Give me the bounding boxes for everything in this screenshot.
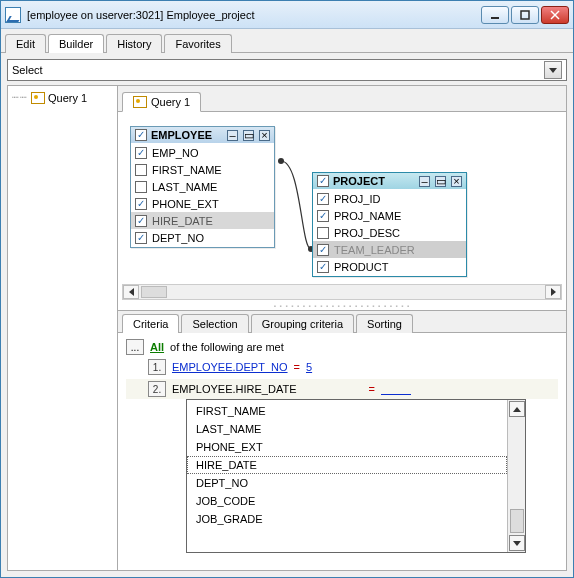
table-employee[interactable]: EMPLOYEE – ▭ × EMP_NO FIRST_NAME LAST_NA… [130,126,275,248]
checkbox-icon[interactable] [317,193,329,205]
field-team-leader[interactable]: TEAM_LEADER [313,241,466,258]
field-phone-ext[interactable]: PHONE_EXT [131,195,274,212]
checkbox-icon[interactable] [317,175,329,187]
ellipsis-button[interactable]: ... [126,339,144,355]
criteria-header-text: of the following are met [170,341,284,353]
row-number[interactable]: 2. [148,381,166,397]
dropdown-item[interactable]: HIRE_DATE [187,456,507,474]
checkbox-icon[interactable] [135,129,147,141]
table-title: EMPLOYEE [151,129,222,141]
field-dept-no[interactable]: DEPT_NO [131,229,274,246]
tab-sorting[interactable]: Sorting [356,314,413,333]
tree-item-label: Query 1 [48,92,87,104]
criteria-body: ... All of the following are met 1. EMPL… [118,333,566,570]
svg-rect-0 [491,17,499,19]
query-icon [133,96,147,108]
dropdown-item[interactable]: LAST_NAME [187,420,507,438]
checkbox-icon[interactable] [317,210,329,222]
query-tab-1[interactable]: Query 1 [122,92,201,112]
field-last-name[interactable]: LAST_NAME [131,178,274,195]
window-title: [employee on userver:3021] Employee_proj… [27,9,481,21]
table-header-project[interactable]: PROJECT – ▭ × [313,173,466,189]
dropdown-items: FIRST_NAME LAST_NAME PHONE_EXT HIRE_DATE… [187,400,507,552]
table-header-employee[interactable]: EMPLOYEE – ▭ × [131,127,274,143]
close-button[interactable] [541,6,569,24]
checkbox-icon[interactable] [135,215,147,227]
splitter[interactable]: ▪ ▪ ▪ ▪ ▪ ▪ ▪ ▪ ▪ ▪ ▪ ▪ ▪ ▪ ▪ ▪ ▪ ▪ ▪ ▪ … [118,302,566,310]
checkbox-icon[interactable] [317,227,329,239]
restore-icon[interactable]: ▭ [243,130,254,141]
scroll-up-icon[interactable] [509,401,525,417]
restore-icon[interactable]: ▭ [435,176,446,187]
titlebar[interactable]: [employee on userver:3021] Employee_proj… [1,1,573,29]
scroll-down-icon[interactable] [509,535,525,551]
table-body-project: PROJ_ID PROJ_NAME PROJ_DESC TEAM_LEADER … [313,189,466,276]
criteria-logic-all[interactable]: All [150,341,164,353]
criteria-tabbar: Criteria Selection Grouping criteria Sor… [118,311,566,333]
close-icon[interactable]: × [259,130,270,141]
criteria-field[interactable]: EMPLOYEE.HIRE_DATE [172,383,297,395]
dropdown-item[interactable]: JOB_GRADE [187,510,507,528]
tree-item-query1[interactable]: ┈┈ Query 1 [10,90,115,105]
criteria-field[interactable]: EMPLOYEE.DEPT_NO [172,361,288,373]
query-tree[interactable]: ┈┈ Query 1 [8,86,118,570]
app-icon [5,7,21,23]
close-icon[interactable]: × [451,176,462,187]
criteria-operator[interactable]: = [369,383,375,395]
scroll-thumb[interactable] [510,509,524,533]
dropdown-icon[interactable] [544,61,562,79]
app-window: [employee on userver:3021] Employee_proj… [0,0,574,578]
table-project[interactable]: PROJECT – ▭ × PROJ_ID PROJ_NAME PROJ_DES… [312,172,467,277]
dropdown-scrollbar[interactable] [507,400,525,552]
tab-builder[interactable]: Builder [48,34,104,53]
tab-history[interactable]: History [106,34,162,53]
criteria-operator[interactable]: = [294,361,300,373]
checkbox-icon[interactable] [135,232,147,244]
tree-connector: ┈┈ [12,91,28,104]
table-title: PROJECT [333,175,414,187]
dropdown-item[interactable]: DEPT_NO [187,474,507,492]
minimize-icon[interactable]: – [419,176,430,187]
checkbox-icon[interactable] [317,261,329,273]
query-tab-label: Query 1 [151,96,190,108]
dropdown-item[interactable]: JOB_CODE [187,492,507,510]
tab-grouping[interactable]: Grouping criteria [251,314,354,333]
field-hire-date[interactable]: HIRE_DATE [131,212,274,229]
statement-type-selector[interactable]: Select [7,59,567,81]
criteria-pane: Criteria Selection Grouping criteria Sor… [118,310,566,570]
checkbox-icon[interactable] [135,147,147,159]
join-link[interactable] [275,155,315,255]
minimize-button[interactable] [481,6,509,24]
scroll-left-icon[interactable] [123,285,139,299]
field-dropdown-list[interactable]: FIRST_NAME LAST_NAME PHONE_EXT HIRE_DATE… [186,399,526,553]
scroll-thumb[interactable] [141,286,167,298]
statement-type-text: Select [12,64,544,76]
field-proj-id[interactable]: PROJ_ID [313,190,466,207]
checkbox-icon[interactable] [135,198,147,210]
field-product[interactable]: PRODUCT [313,258,466,275]
tab-favorites[interactable]: Favorites [164,34,231,53]
field-proj-name[interactable]: PROJ_NAME [313,207,466,224]
field-first-name[interactable]: FIRST_NAME [131,161,274,178]
criteria-value[interactable]: 5 [306,361,312,373]
dropdown-item[interactable]: PHONE_EXT [187,438,507,456]
scroll-right-icon[interactable] [545,285,561,299]
criteria-row-2[interactable]: 2. EMPLOYEE.HIRE_DATE = [126,379,558,399]
tab-selection[interactable]: Selection [181,314,248,333]
criteria-row-1[interactable]: 1. EMPLOYEE.DEPT_NO = 5 [126,359,558,375]
minimize-icon[interactable]: – [227,130,238,141]
main-tabbar: Edit Builder History Favorites [1,29,573,53]
diagram-canvas[interactable]: EMPLOYEE – ▭ × EMP_NO FIRST_NAME LAST_NA… [118,112,566,302]
checkbox-icon[interactable] [135,181,147,193]
checkbox-icon[interactable] [135,164,147,176]
checkbox-icon[interactable] [317,244,329,256]
tab-edit[interactable]: Edit [5,34,46,53]
field-proj-desc[interactable]: PROJ_DESC [313,224,466,241]
tab-criteria[interactable]: Criteria [122,314,179,333]
row-number[interactable]: 1. [148,359,166,375]
maximize-button[interactable] [511,6,539,24]
field-emp-no[interactable]: EMP_NO [131,144,274,161]
dropdown-item[interactable]: FIRST_NAME [187,402,507,420]
criteria-value-empty[interactable] [381,383,411,395]
canvas-hscrollbar[interactable] [122,284,562,300]
